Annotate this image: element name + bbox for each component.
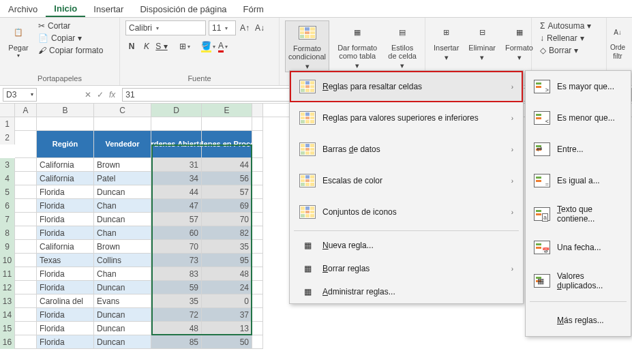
cell[interactable]: Florida <box>37 226 94 240</box>
cell[interactable]: 57 <box>202 185 252 199</box>
cell[interactable]: 50 <box>202 335 252 349</box>
cell[interactable]: Chan <box>94 199 151 213</box>
row-header[interactable]: 2 <box>0 131 15 145</box>
row-header[interactable]: 1 <box>0 117 15 131</box>
cell[interactable]: Florida <box>37 267 94 281</box>
cell[interactable]: California <box>37 172 94 185</box>
cell[interactable]: Florida <box>37 213 94 226</box>
highlight-rule-bt[interactable]: Entre... <box>526 134 631 165</box>
paste-button[interactable]: 📋 Pegar ▾ <box>5 20 31 61</box>
cell[interactable] <box>252 240 263 254</box>
cell[interactable]: 57 <box>151 213 202 226</box>
cell[interactable]: 34 <box>151 172 202 185</box>
cut-button[interactable]: ✂ Cortar <box>35 20 106 31</box>
cell[interactable] <box>252 267 263 281</box>
cell[interactable]: Chan <box>94 267 151 281</box>
menubar-tab-archivo[interactable]: Archivo <box>0 1 46 16</box>
cell[interactable]: Órdenes en Proceso <box>202 131 252 158</box>
cell[interactable]: Evans <box>94 294 151 308</box>
cell[interactable]: 13 <box>202 322 252 335</box>
format-cells-button[interactable]: ▦Formato▾ <box>502 20 536 63</box>
cell[interactable]: 83 <box>151 267 202 281</box>
row-header[interactable]: 8 <box>0 226 15 240</box>
cell[interactable]: Duncan <box>94 213 151 226</box>
cell[interactable]: Collins <box>94 254 151 267</box>
cell[interactable] <box>15 185 37 199</box>
cell[interactable] <box>15 267 37 281</box>
format-as-table-button[interactable]: ▦ Dar formato como tabla▾ <box>333 20 381 71</box>
row-header[interactable]: 7 <box>0 213 15 226</box>
cell[interactable] <box>151 117 202 131</box>
highlight-rule-dt[interactable]: Una fecha... <box>526 232 631 263</box>
select-all-corner[interactable] <box>252 104 263 117</box>
highlight-rule-tx[interactable]: Texto que contiene... <box>526 196 631 232</box>
cell[interactable] <box>252 117 263 131</box>
cond-menu-clear[interactable]: ▦Borrar reglas› <box>290 257 523 280</box>
italic-button[interactable]: K <box>140 40 153 53</box>
cell[interactable]: 69 <box>202 199 252 213</box>
row-header[interactable]: 6 <box>0 199 15 213</box>
increase-font-button[interactable]: A↑ <box>239 21 251 35</box>
underline-button[interactable]: S ▾ <box>155 40 168 53</box>
cell[interactable]: Patel <box>94 172 151 185</box>
cell[interactable] <box>252 172 263 185</box>
cell[interactable]: 70 <box>151 240 202 254</box>
cell[interactable]: Florida <box>37 308 94 322</box>
font-name-select[interactable]: Calibri <box>125 20 206 35</box>
cell[interactable]: 82 <box>202 226 252 240</box>
insert-cells-button[interactable]: ⊞Insertar▾ <box>431 20 462 63</box>
borders-button[interactable]: ⊞ <box>179 40 191 53</box>
menubar-tab-fórm[interactable]: Fórm <box>235 1 272 16</box>
cell[interactable] <box>252 308 263 322</box>
copy-button[interactable]: 📄 Copiar ▾ <box>35 33 106 44</box>
decrease-font-button[interactable]: A↓ <box>254 21 266 35</box>
column-header-C[interactable]: C <box>94 104 151 117</box>
cell[interactable]: California <box>37 240 94 254</box>
cell[interactable]: Florida <box>37 199 94 213</box>
cell[interactable] <box>252 158 263 172</box>
cell[interactable]: Brown <box>94 240 151 254</box>
cell[interactable]: Duncan <box>94 322 151 335</box>
cell[interactable] <box>37 117 94 131</box>
row-header[interactable]: 12 <box>0 281 15 294</box>
cell[interactable] <box>252 254 263 267</box>
row-header[interactable]: 10 <box>0 254 15 267</box>
cell[interactable]: 47 <box>151 199 202 213</box>
cell[interactable] <box>15 240 37 254</box>
cell[interactable]: Duncan <box>94 185 151 199</box>
cell[interactable]: Carolina del <box>37 294 94 308</box>
cell[interactable] <box>252 281 263 294</box>
row-header[interactable]: 4 <box>0 172 15 185</box>
cell[interactable] <box>15 117 37 131</box>
cell[interactable]: 85 <box>151 335 202 349</box>
accept-formula-button[interactable]: ✓ <box>97 90 104 100</box>
row-header[interactable]: 15 <box>0 322 15 335</box>
cell[interactable] <box>252 335 263 349</box>
cell-styles-button[interactable]: ▤ Estilos de celda▾ <box>385 20 419 71</box>
bold-button[interactable]: N <box>125 40 138 53</box>
cell[interactable]: Texas <box>37 254 94 267</box>
cond-menu-highlight[interactable]: Reglas para resaltar celdas› <box>290 71 523 102</box>
column-header-B[interactable]: B <box>37 104 94 117</box>
cond-menu-top[interactable]: Reglas para valores superiores e inferio… <box>290 102 523 134</box>
menubar-tab-disposición de página[interactable]: Disposición de página <box>132 1 235 16</box>
cell[interactable] <box>15 281 37 294</box>
menubar-tab-insertar[interactable]: Insertar <box>85 1 132 16</box>
clear-button[interactable]: ◇ Borrar ▾ <box>537 45 594 56</box>
cell[interactable] <box>252 294 263 308</box>
conditional-format-button[interactable]: Formato condicional▾ <box>285 20 329 72</box>
cell[interactable] <box>15 199 37 213</box>
highlight-rule-lt[interactable]: Es menor que... <box>526 102 631 134</box>
cell[interactable]: 24 <box>202 281 252 294</box>
font-color-button[interactable]: A <box>217 40 229 53</box>
cell[interactable]: 35 <box>151 294 202 308</box>
row-header[interactable]: 9 <box>0 240 15 254</box>
cell[interactable] <box>15 308 37 322</box>
cell[interactable]: Chan <box>94 226 151 240</box>
highlight-rule-gt[interactable]: Es mayor que... <box>526 71 631 102</box>
row-header[interactable]: 5 <box>0 185 15 199</box>
row-header[interactable]: 3 <box>0 158 15 172</box>
format-painter-button[interactable]: 🖌 Copiar formato <box>35 45 106 56</box>
cell[interactable] <box>252 213 263 226</box>
column-header-A[interactable]: A <box>15 104 37 117</box>
